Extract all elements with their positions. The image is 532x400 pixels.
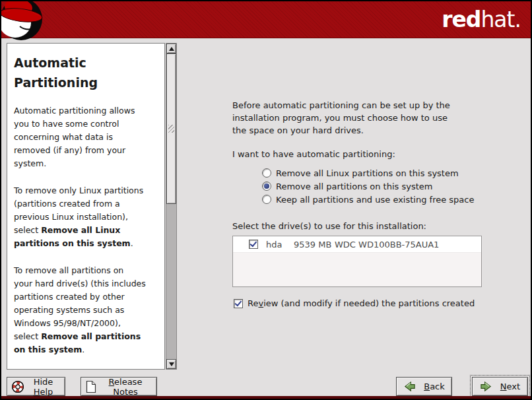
radio-label: Remove all Linux partitions on this syst… <box>276 168 459 178</box>
review-checkbox[interactable] <box>234 299 243 308</box>
help-title: Automatic Partitioning <box>14 53 162 92</box>
arrow-up-icon <box>169 47 174 51</box>
scroll-up-button[interactable] <box>166 44 176 53</box>
help-panel: Automatic Partitioning Automatic partiti… <box>7 43 165 370</box>
radio-icon[interactable] <box>262 195 271 204</box>
document-icon <box>85 380 97 393</box>
arrow-down-icon <box>169 362 174 366</box>
radio-option-remove-all[interactable]: Remove all partitions on this system <box>262 180 496 193</box>
radio-icon[interactable] <box>262 168 271 178</box>
intro-text: Before automatic partitioning can be set… <box>232 99 496 137</box>
drive-size: 9539 MB <box>294 240 335 250</box>
header-banner: redhat. <box>1 1 531 38</box>
drive-device: hda <box>266 240 294 250</box>
drive-checkbox[interactable] <box>249 240 258 249</box>
release-notes-label: Release Notes <box>98 377 152 397</box>
radio-selected-icon[interactable] <box>262 182 271 191</box>
back-button[interactable]: Back <box>396 377 452 396</box>
lifebuoy-icon <box>11 380 24 393</box>
radio-label: Remove all partitions on this system <box>276 182 432 191</box>
wordmark-red: red <box>442 7 481 32</box>
radio-label: Keep all partitions and use existing fre… <box>276 195 474 205</box>
help-paragraph-3: To remove all partitions on your hard dr… <box>14 264 162 356</box>
drive-list[interactable]: hda 9539 MB WDC WD100BB-75AUA1 <box>232 236 482 287</box>
wordmark-hat: hat <box>481 7 514 32</box>
drives-select-label: Select the drive(s) to use for this inst… <box>232 220 496 232</box>
redhat-shadowman-logo-icon <box>1 1 49 42</box>
back-label: Back <box>424 382 445 391</box>
check-icon <box>249 240 257 248</box>
arrow-left-icon <box>403 380 416 393</box>
radio-option-keep-all[interactable]: Keep all partitions and use existing fre… <box>262 193 496 206</box>
next-button[interactable]: Next <box>472 377 528 396</box>
review-label: Review (and modify if needed) the partit… <box>248 298 475 308</box>
review-checkbox-row[interactable]: Review (and modify if needed) the partit… <box>232 298 496 308</box>
radio-option-remove-linux[interactable]: Remove all Linux partitions on this syst… <box>262 166 496 180</box>
main-content: Before automatic partitioning can be set… <box>232 94 496 308</box>
arrow-right-icon <box>480 380 492 393</box>
help-scrollbar[interactable] <box>166 43 177 370</box>
help-paragraph-2: To remove only Linux partitions (partiti… <box>14 184 162 250</box>
partitioning-prompt: I want to have automatic partitioning: <box>232 148 496 160</box>
help-paragraph-1: Automatic partitioning allows you to hav… <box>14 104 162 170</box>
redhat-wordmark: redhat. <box>442 7 521 33</box>
drive-row-hda[interactable]: hda 9539 MB WDC WD100BB-75AUA1 <box>233 236 481 253</box>
partitioning-options: Remove all Linux partitions on this syst… <box>262 166 496 206</box>
scroll-down-button[interactable] <box>166 359 176 369</box>
drive-model: WDC WD100BB-75AUA1 <box>335 240 439 250</box>
next-label: Next <box>500 382 520 391</box>
hide-help-button[interactable]: Hide Help <box>7 377 65 396</box>
scroll-thumb[interactable] <box>166 53 176 204</box>
installer-window: redhat. Automatic Partitioning Automatic… <box>0 0 532 400</box>
hide-help-label: Hide Help <box>26 377 61 397</box>
release-notes-button[interactable]: Release Notes <box>81 377 157 396</box>
check-icon <box>234 298 242 306</box>
wordmark-dot: . <box>515 7 521 32</box>
